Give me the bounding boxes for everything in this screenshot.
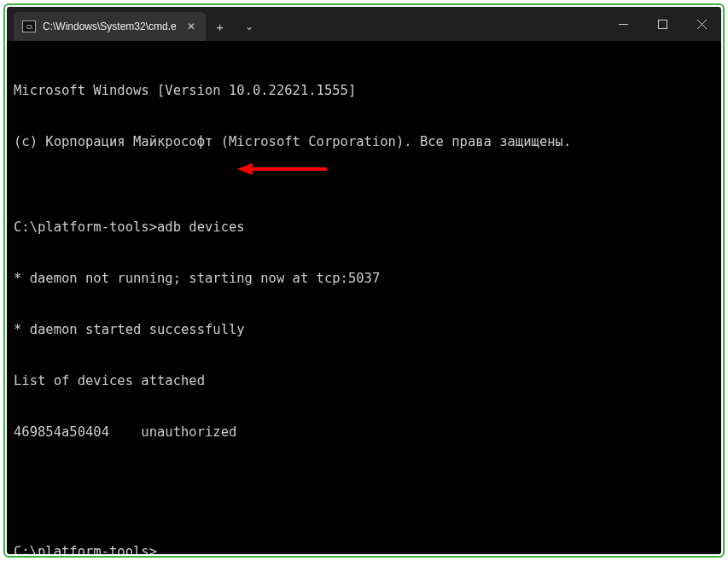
minimize-icon: [619, 20, 628, 29]
titlebar-drag-area[interactable]: [264, 7, 603, 41]
minimize-button[interactable]: [603, 7, 643, 41]
titlebar: C:\ C:\Windows\System32\cmd.e ✕ + ⌄: [7, 7, 721, 41]
terminal-line: List of devices attached: [14, 372, 714, 389]
close-icon: [697, 20, 707, 29]
tab-close-button[interactable]: ✕: [183, 19, 199, 34]
terminal-line: C:\platform-tools>: [14, 543, 714, 554]
titlebar-left-pad: [7, 7, 14, 41]
tab-title: C:\Windows\System32\cmd.e: [43, 20, 177, 32]
cmd-icon: C:\: [22, 20, 36, 32]
screenshot-border: C:\ C:\Windows\System32\cmd.e ✕ + ⌄ Micr…: [3, 3, 725, 558]
terminal-line: C:\platform-tools>adb devices: [14, 219, 714, 236]
svg-rect-1: [658, 20, 667, 28]
terminal-line: * daemon started successfully: [14, 321, 714, 338]
annotation-arrow: [237, 161, 331, 178]
terminal-line: (c) Корпорация Майкрософт (Microsoft Cor…: [14, 133, 714, 150]
tab-dropdown-button[interactable]: ⌄: [235, 12, 264, 41]
maximize-button[interactable]: [643, 7, 682, 41]
terminal-output[interactable]: Microsoft Windows [Version 10.0.22621.15…: [7, 41, 721, 554]
maximize-icon: [658, 20, 667, 29]
terminal-line: 469854a50404 unauthorized: [14, 424, 714, 441]
terminal-line: * daemon not running; starting now at tc…: [14, 270, 714, 287]
tab-cmd[interactable]: C:\ C:\Windows\System32\cmd.e ✕: [14, 12, 206, 41]
new-tab-button[interactable]: +: [206, 12, 235, 41]
terminal-window: C:\ C:\Windows\System32\cmd.e ✕ + ⌄ Micr…: [7, 7, 721, 554]
terminal-line: Microsoft Windows [Version 10.0.22621.15…: [14, 82, 714, 99]
window-close-button[interactable]: [682, 7, 721, 41]
svg-marker-5: [237, 163, 253, 175]
